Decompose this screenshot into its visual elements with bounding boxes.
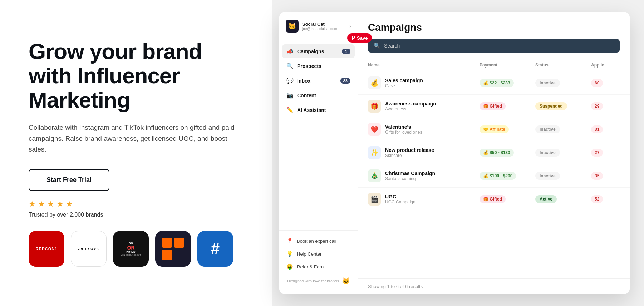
header-applicants: Applic... [591, 63, 620, 68]
table-row[interactable]: 💰 Sales campaign Case 💰 $22 - $233 Inact… [358, 71, 630, 95]
campaign-sub-newproduct: Skincare [385, 153, 434, 158]
inbox-label: Inbox [297, 78, 337, 84]
campaign-icon-newproduct: ✨ [368, 146, 381, 159]
header-payment: Payment [480, 63, 535, 68]
table-row[interactable]: 🎄 Christmas Campaign Santa is coming 💰 $… [358, 164, 630, 188]
star-5: ★ [66, 199, 73, 209]
table-header: Name Payment Status Applic... [358, 59, 630, 71]
campaign-sub-awareness: Awareness [385, 107, 436, 112]
campaign-info-valentines: Valentine's Gifts for loved ones [385, 124, 422, 135]
sidebar-item-ai[interactable]: ✏️ AI Assistant [282, 103, 355, 117]
applicants-badge-newproduct: 27 [591, 149, 603, 157]
payment-cell-ugc: 🎁 Gifted [480, 195, 535, 203]
hero-title: Grow your brand with Influencer Marketin… [29, 39, 244, 113]
applicants-badge-christmas: 35 [591, 172, 603, 180]
left-panel: Grow your brand with Influencer Marketin… [0, 0, 272, 306]
star-4: ★ [56, 199, 64, 209]
showing-text: Showing 1 to 6 of 6 results [368, 284, 423, 289]
prospects-icon: 🔍 [286, 63, 294, 69]
campaign-cell-awareness: 🎁 Awareness campaign Awareness [368, 100, 480, 113]
table-footer: Showing 1 to 6 of 6 results [358, 278, 630, 294]
payment-badge-christmas: 💰 $100 - $200 [480, 172, 516, 180]
campaigns-table-body: 💰 Sales campaign Case 💰 $22 - $233 Inact… [358, 71, 630, 278]
search-input[interactable]: Search [384, 43, 400, 49]
sidebar-chevron-icon: › [349, 23, 351, 29]
ladder-hash: # [211, 241, 220, 257]
status-badge-christmas: Inactive [535, 172, 560, 180]
footer-item-book[interactable]: 📍 Book an expert call [282, 235, 355, 247]
campaign-icon-valentines: ❤️ [368, 123, 381, 136]
table-row[interactable]: ✨ New product release Skincare 💰 $50 - $… [358, 141, 630, 164]
designed-row: Designed with love for brands 🐱 [282, 273, 355, 290]
dod-drink: DRINK [121, 251, 141, 254]
designed-text: Designed with love for brands [287, 279, 339, 283]
applicants-badge-valentines: 31 [591, 125, 603, 133]
campaign-sub-sales: Case [385, 83, 423, 88]
footer-item-refer[interactable]: 🤑 Refer & Earn [282, 261, 355, 273]
campaign-cell-ugc: 🎬 UGC UGC Campaign [368, 193, 480, 206]
payment-cell-christmas: 💰 $100 - $200 [480, 172, 535, 180]
table-row[interactable]: 🎬 UGC UGC Campaign 🎁 Gifted Active 52 [358, 188, 630, 211]
book-call-label: Book an expert call [297, 238, 336, 244]
applicants-badge-ugc: 52 [591, 195, 603, 203]
status-badge-ugc: Active [535, 195, 557, 203]
content-icon: 📷 [286, 92, 294, 99]
dod-or: OR [121, 245, 141, 251]
start-free-trial-button[interactable]: Start Free Trial [29, 169, 109, 191]
right-panel: 𝗣 Save 🐱 Social Cat joe@thesocialcat.com… [272, 0, 644, 306]
campaign-name-newproduct: New product release [385, 147, 434, 153]
refer-earn-label: Refer & Earn [297, 264, 324, 270]
content-label: Content [297, 93, 350, 98]
applicants-cell-valentines: 31 [591, 125, 620, 133]
sidebar-item-campaigns[interactable]: 📣 Campaigns 1 [282, 44, 355, 58]
stars-row: ★ ★ ★ ★ ★ [29, 199, 244, 209]
campaigns-label: Campaigns [297, 49, 338, 54]
campaign-icon-ugc: 🎬 [368, 193, 381, 206]
sidebar-brand[interactable]: 🐱 Social Cat joe@thesocialcat.com [286, 20, 337, 33]
campaign-name-christmas: Christmas Campaign [385, 171, 435, 176]
sidebar-item-prospects[interactable]: 🔍 Prospects [282, 59, 355, 73]
refer-earn-icon: 🤑 [286, 263, 293, 270]
applicants-badge-sales: 60 [591, 79, 603, 87]
replit-squares [162, 238, 184, 260]
applicants-cell-newproduct: 27 [591, 149, 620, 157]
applicants-cell-sales: 60 [591, 79, 620, 87]
footer-item-help[interactable]: 💡 Help Center [282, 248, 355, 260]
payment-cell-sales: 💰 $22 - $233 [480, 79, 535, 87]
search-bar[interactable]: 🔍 Search [368, 39, 620, 53]
payment-badge-newproduct: 💰 $50 - $130 [480, 149, 514, 157]
status-badge-awareness: Suspended [535, 102, 567, 110]
sq-bl [162, 250, 172, 260]
campaign-name-sales: Sales campaign [385, 78, 423, 83]
table-row[interactable]: ❤️ Valentine's Gifts for loved ones 🤝 Af… [358, 118, 630, 141]
payment-badge-sales: 💰 $22 - $233 [480, 79, 514, 87]
pinterest-save-button[interactable]: 𝗣 Save [347, 33, 372, 43]
campaign-cell-sales: 💰 Sales campaign Case [368, 76, 480, 89]
campaign-info-sales: Sales campaign Case [385, 78, 423, 88]
campaign-icon-sales: 💰 [368, 76, 381, 89]
status-cell-newproduct: Inactive [535, 149, 591, 157]
brand-name: Social Cat [302, 21, 337, 27]
inbox-badge: 83 [340, 78, 350, 84]
campaign-icon-awareness: 🎁 [368, 100, 381, 113]
star-3: ★ [47, 199, 54, 209]
save-label: Save [357, 35, 368, 41]
campaign-icon-christmas: 🎄 [368, 169, 381, 182]
sq-br [174, 250, 184, 260]
payment-cell-newproduct: 💰 $50 - $130 [480, 149, 535, 157]
campaign-cell-newproduct: ✨ New product release Skincare [368, 146, 480, 159]
brand-logo-ladder: # [197, 231, 233, 267]
trust-text: Trusted by over 2,000 brands [29, 212, 244, 218]
header-name: Name [368, 63, 480, 68]
pinterest-icon: 𝗣 [352, 35, 355, 41]
sidebar-header: 🐱 Social Cat joe@thesocialcat.com › [279, 12, 358, 39]
app-window: 𝗣 Save 🐱 Social Cat joe@thesocialcat.com… [279, 12, 630, 294]
applicants-cell-christmas: 35 [591, 172, 620, 180]
status-cell-ugc: Active [535, 195, 591, 203]
main-content: Campaigns 🔍 Search Name Payment Status A… [358, 12, 630, 294]
brand-logos: REDCON1 ZHILYOVA DO OR DRINK WIN OR BLAC… [29, 231, 244, 267]
payment-cell-valentines: 🤝 Affiliate [480, 125, 535, 133]
sidebar-item-content[interactable]: 📷 Content [282, 88, 355, 102]
sidebar-item-inbox[interactable]: 💬 Inbox 83 [282, 74, 355, 88]
table-row[interactable]: 🎁 Awareness campaign Awareness 🎁 Gifted … [358, 95, 630, 118]
